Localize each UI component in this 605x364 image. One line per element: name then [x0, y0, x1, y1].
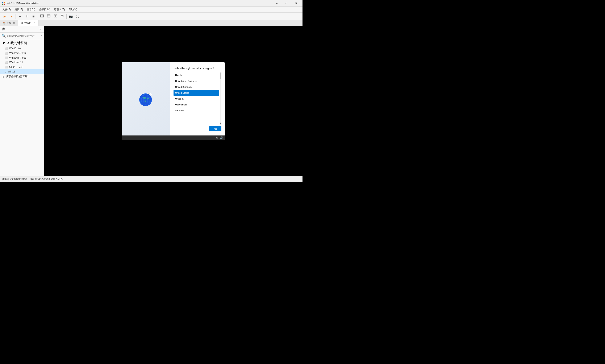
- power-button[interactable]: ▶: [2, 13, 8, 19]
- main-layout: 库 ✕ 🔍 ▾ ▼ 🖥 我的计算机 ⬜ Win10_ltsc ⬜ Windows…: [0, 26, 303, 176]
- split-h-icon: [47, 14, 51, 18]
- search-dropdown-button[interactable]: ▾: [41, 35, 42, 37]
- country-vanuatu[interactable]: Vanuatu: [174, 107, 219, 113]
- sidebar-my-computer[interactable]: ▼ 🖥 我的计算机: [0, 40, 44, 46]
- oobe-right-panel: Is this the right country or region? Ukr…: [170, 62, 225, 135]
- search-bar: 🔍 ▾: [0, 33, 44, 39]
- vm-audio-icon[interactable]: 🔊: [220, 136, 223, 139]
- scrollbar-track: ▲ ▼: [220, 72, 221, 125]
- yes-button[interactable]: Yes: [209, 126, 221, 131]
- menu-edit[interactable]: 编辑(E): [13, 7, 25, 12]
- camera-icon: 📷: [69, 15, 73, 18]
- tab-vm-label: Win11: [24, 22, 31, 25]
- menu-help[interactable]: 帮助(H): [67, 7, 79, 12]
- vm-screen[interactable]: Is this the right country or region? Ukr…: [122, 62, 225, 140]
- svg-rect-5: [42, 15, 43, 17]
- screenshot-button[interactable]: 📷: [68, 13, 74, 19]
- vm-tab-icon: 🖥: [21, 22, 23, 25]
- my-computer-label: 我的计算机: [11, 41, 27, 45]
- svg-rect-4: [40, 15, 42, 17]
- country-uzbekistan[interactable]: Uzbekistan: [174, 102, 219, 107]
- svg-marker-21: [150, 92, 153, 95]
- tab-home[interactable]: 🏠 主页 ✕: [0, 20, 18, 26]
- svg-rect-10: [54, 16, 55, 17]
- vm-label-active: Win11: [8, 70, 15, 73]
- app-icon: [2, 2, 5, 5]
- svg-rect-2: [2, 4, 3, 5]
- oobe-left-panel: [122, 62, 170, 135]
- vm-icon-active: ▷: [5, 70, 7, 73]
- sidebar-tree: ▼ 🖥 我的计算机 ⬜ Win10_ltsc ⬜ Windows 7 x64 ⬜…: [0, 39, 44, 80]
- computer-icon: 🖥: [6, 41, 10, 45]
- sidebar-close-button[interactable]: ✕: [39, 27, 42, 31]
- shared-icon: 🖥: [2, 75, 5, 78]
- minimize-button[interactable]: ─: [272, 0, 282, 7]
- fullscreen-button[interactable]: ⛶: [75, 13, 80, 19]
- tabbar: 🏠 主页 ✕ 🖥 Win11 ✕: [0, 20, 303, 26]
- svg-rect-12: [61, 15, 63, 17]
- vm-icon: ⬜: [5, 66, 8, 68]
- scroll-down-button[interactable]: ▼: [220, 122, 221, 125]
- country-list[interactable]: Ukraine United Arab Emirates United King…: [174, 72, 221, 125]
- collapse-icon: ▼: [2, 41, 5, 45]
- country-uk[interactable]: United Kingdom: [174, 84, 219, 90]
- oobe-container: Is this the right country or region? Ukr…: [122, 62, 225, 135]
- windowed-button[interactable]: [59, 13, 65, 19]
- statusbar: 要将输入定向到该虚拟机，请在虚拟机内部单击或按 Ctrl+G。: [0, 176, 303, 182]
- svg-rect-11: [56, 16, 57, 17]
- vm-icon: ⬜: [5, 47, 8, 50]
- sidebar-item-win11[interactable]: ⬜ Windows 11: [0, 60, 44, 65]
- app-title: Win11 - VMware Workstation: [7, 2, 270, 5]
- svg-rect-6: [47, 15, 50, 16]
- split-v-button[interactable]: [39, 13, 45, 19]
- home-icon: 🏠: [2, 22, 6, 25]
- split-v-icon: [40, 14, 44, 18]
- country-uae[interactable]: United Arab Emirates: [174, 78, 219, 84]
- menu-tabs[interactable]: 选项卡(T): [52, 7, 66, 12]
- sidebar-item-win10ltsc[interactable]: ⬜ Win10_ltsc: [0, 46, 44, 51]
- fullscreen-icon: ⛶: [76, 15, 79, 18]
- globe-illustration: [138, 91, 154, 107]
- tab-vm[interactable]: 🖥 Win11 ✕: [18, 20, 39, 26]
- pause-icon: ⏸: [25, 15, 28, 18]
- oobe-question: Is this the right country or region?: [174, 66, 221, 70]
- sidebar-item-win7sp1[interactable]: ⬜ Windows 7 sp1: [0, 55, 44, 60]
- split-q-button[interactable]: [52, 13, 58, 19]
- vm-label: Windows 7 sp1: [9, 56, 26, 59]
- sidebar-item-win11-active[interactable]: ▷ Win11: [0, 69, 44, 74]
- vm-viewport[interactable]: Is this the right country or region? Ukr…: [44, 26, 303, 176]
- stop-button[interactable]: ⏹: [30, 13, 36, 19]
- sidebar-item-win7x64[interactable]: ⬜ Windows 7 x64: [0, 51, 44, 55]
- split-h-button[interactable]: [46, 13, 52, 19]
- menu-file[interactable]: 文件(F): [1, 7, 13, 12]
- windowed-icon: [61, 14, 64, 18]
- scrollbar-thumb[interactable]: [220, 73, 221, 79]
- revert-icon: ↩: [19, 15, 21, 18]
- tab-home-close[interactable]: ✕: [13, 22, 15, 25]
- country-us[interactable]: United States: [174, 90, 219, 96]
- country-ukraine[interactable]: Ukraine: [174, 72, 219, 78]
- sidebar-header: 库 ✕: [0, 26, 44, 33]
- power-dropdown-button[interactable]: ▾: [8, 13, 14, 19]
- restore-button[interactable]: □: [282, 0, 291, 7]
- search-icon: 🔍: [2, 34, 6, 38]
- menu-vm[interactable]: 虚拟机(M): [37, 7, 52, 12]
- sidebar-shared-vms[interactable]: 🖥 共享虚拟机 (已弃用): [0, 74, 44, 79]
- vm-icon: ⬜: [5, 52, 8, 55]
- pause-button[interactable]: ⏸: [24, 13, 30, 19]
- menu-view[interactable]: 查看(V): [25, 7, 37, 12]
- vm-settings-icon[interactable]: ⚙: [216, 136, 218, 139]
- revert-button[interactable]: ↩: [17, 13, 23, 19]
- country-uruguay[interactable]: Uruguay: [174, 96, 219, 102]
- sidebar-title: 库: [2, 27, 5, 31]
- toolbar-separator-3: [66, 14, 67, 19]
- toolbar-separator-2: [38, 14, 38, 19]
- close-button[interactable]: ✕: [291, 0, 301, 7]
- toolbar: ▶ ▾ ↩ ⏸ ⏹ 📷 ⛶: [0, 13, 303, 20]
- tab-vm-close[interactable]: ✕: [33, 22, 36, 25]
- search-input[interactable]: [7, 34, 40, 37]
- split-q-icon: [54, 14, 57, 18]
- dropdown-arrow-icon: ▾: [11, 15, 12, 18]
- sidebar-item-centos[interactable]: ⬜ CentOS 7.9: [0, 65, 44, 69]
- window-controls: ─ □ ✕: [272, 0, 301, 7]
